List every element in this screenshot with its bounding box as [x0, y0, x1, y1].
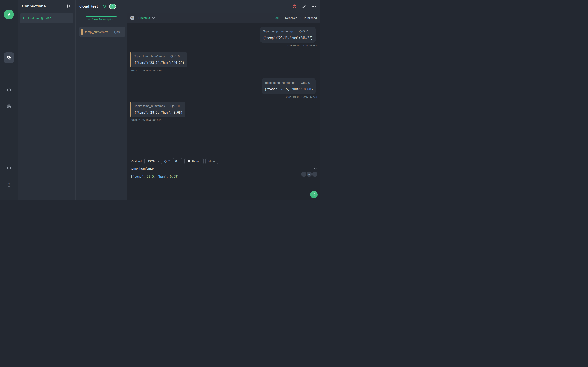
message-card[interactable]: Topic: temp_hum/emqx QoS: 0 {"temp": 28.… [131, 101, 185, 117]
connections-header: Connections [18, 0, 75, 8]
collapse-editor-button[interactable] [314, 168, 317, 170]
payload-help-icon[interactable]: ? [130, 16, 134, 20]
filter-separator: | [300, 16, 301, 19]
gear-icon: ⚙ [7, 166, 11, 171]
connection-header-bar: cloud_test 4 [76, 0, 320, 13]
message-timestamp: 2023-01-05 16:44:55:281 [286, 44, 317, 47]
history-clear-button[interactable]: − [307, 172, 312, 177]
more-options-button[interactable] [311, 6, 316, 7]
sidebar-item-help[interactable]: ? [4, 179, 14, 190]
log-icon [7, 104, 12, 109]
message-card[interactable]: Topic: temp_hum/emqx QoS: 0 {"temp":"23.… [131, 52, 187, 67]
message-payload: {"temp":"23.1","hum":"46.2"} [134, 61, 184, 65]
message-topic: Topic: temp_hum/emqx [265, 81, 295, 85]
connection-title: cloud_test [79, 4, 98, 8]
json-token: { [131, 175, 132, 178]
qos-select[interactable]: 0 [173, 158, 182, 164]
add-connection-button[interactable] [67, 4, 72, 8]
sidebar-item-log[interactable] [4, 101, 14, 111]
payload-format-select[interactable]: JSON [144, 158, 162, 164]
new-subscription-button[interactable]: + New Subscription [85, 16, 117, 22]
message-timestamp: 2023-01-05 16:45:05:773 [286, 95, 317, 99]
connection-list-item[interactable]: cloud_test@m4801... [20, 13, 73, 23]
json-token: "temp" [132, 175, 143, 178]
retain-indicator-dot [188, 160, 190, 162]
message-card[interactable]: Topic: temp_hum/emqx QoS: 0 {"temp":"23.… [260, 27, 316, 43]
plus-icon [6, 71, 12, 77]
subscription-list-item[interactable]: temp_hum/emqx QoS 0 [79, 27, 125, 37]
new-subscription-label: New Subscription [92, 18, 114, 21]
connection-name: cloud_test@m4801... [26, 17, 56, 20]
sidebar-item-script[interactable] [4, 85, 14, 95]
message-list: Topic: temp_hum/emqx QoS: 0 {"temp":"23.… [127, 23, 320, 156]
power-icon [292, 4, 296, 8]
publish-topic-input[interactable]: temp_hum/emqx [131, 167, 154, 170]
chevron-down-icon [157, 160, 159, 162]
edit-connection-button[interactable] [302, 4, 306, 8]
publish-topic-row: temp_hum/emqx [131, 167, 317, 173]
retain-label: Retain [192, 160, 200, 163]
mqttx-logo-bolt-icon [6, 11, 12, 17]
connections-panel: Connections cloud_test@m4801... [18, 0, 76, 200]
chevron-down-icon [314, 168, 317, 170]
sidebar-item-connections[interactable] [4, 52, 14, 63]
filter-received[interactable]: Received [285, 16, 297, 20]
help-icon: ? [7, 182, 11, 187]
plus-square-icon [67, 4, 72, 8]
publish-payload-editor[interactable]: {"temp": 28.5, "hum": 0.68} [131, 175, 317, 179]
messages-panel: ? Plaintext All | Received | Published T… [127, 13, 320, 200]
meta-button[interactable]: Meta [205, 158, 218, 164]
send-paper-plane-icon [312, 192, 316, 197]
message-filters: All | Received | Published [276, 16, 317, 20]
chevron-down-icon [152, 17, 155, 19]
message-group-received: Topic: temp_hum/emqx QoS: 0 {"temp":"23.… [130, 52, 187, 72]
sidebar-item-new-connection[interactable] [4, 69, 14, 79]
json-token: } [177, 175, 179, 178]
message-format-value: Plaintext [138, 16, 150, 20]
json-token: , [154, 175, 157, 178]
history-next-button[interactable]: → [312, 172, 317, 177]
connection-status-dot [23, 17, 24, 19]
message-qos: QoS: 0 [301, 81, 310, 85]
message-history-nav: ← − → [301, 172, 317, 177]
message-topic: Topic: temp_hum/emqx [134, 104, 165, 108]
retain-toggle[interactable]: Retain [184, 158, 204, 164]
subscription-color-bar [130, 52, 131, 67]
message-payload: {"temp":"23.1","hum":"46.2"} [263, 36, 313, 40]
sidebar-item-settings[interactable]: ⚙ [4, 163, 14, 173]
connections-title: Connections [22, 4, 46, 8]
message-qos: QoS: 0 [171, 54, 180, 58]
json-token: : [143, 175, 147, 178]
message-payload: {"temp": 28.5, "hum": 0.68} [265, 87, 313, 91]
subscription-color-bar [130, 102, 131, 117]
message-count-badge: 4 [109, 4, 116, 9]
message-format-select[interactable]: Plaintext [138, 16, 155, 20]
json-token: "hum" [157, 175, 166, 178]
chevron-down-icon [178, 160, 180, 162]
filter-separator: | [282, 16, 282, 19]
message-timestamp: 2023-01-05 16:44:55:529 [131, 69, 162, 72]
message-group-published: Topic: temp_hum/emqx QoS: 0 {"temp": 28.… [262, 78, 317, 99]
messages-toolbar: ? Plaintext All | Received | Published [127, 13, 320, 23]
history-prev-button[interactable]: ← [301, 172, 306, 177]
double-chevron-down-icon [102, 5, 106, 8]
message-card[interactable]: Topic: temp_hum/emqx QoS: 0 {"temp": 28.… [262, 78, 316, 94]
filter-all[interactable]: All [276, 16, 279, 20]
edit-pencil-icon [302, 4, 306, 8]
publish-panel: Payload: JSON QoS: 0 Retain Meta [127, 156, 320, 200]
subscription-qos: QoS 0 [114, 30, 122, 34]
message-topic: Topic: temp_hum/emqx [134, 54, 165, 58]
app-sidebar: ⚙ ? [0, 0, 18, 200]
filter-published[interactable]: Published [304, 16, 317, 20]
publish-controls: Payload: JSON QoS: 0 Retain Meta [131, 158, 317, 164]
message-timestamp: 2023-01-05 16:45:06:019 [131, 119, 162, 122]
disconnect-button[interactable] [292, 4, 296, 8]
qos-label: QoS: [164, 159, 171, 163]
json-token: : [166, 175, 170, 178]
collapse-panel-button[interactable] [102, 5, 106, 8]
message-topic: Topic: temp_hum/emqx [263, 30, 294, 33]
message-group-published: Topic: temp_hum/emqx QoS: 0 {"temp":"23.… [260, 27, 317, 47]
send-button[interactable] [310, 191, 318, 198]
message-qos: QoS: 0 [171, 104, 180, 108]
payload-format-value: JSON [147, 160, 155, 163]
